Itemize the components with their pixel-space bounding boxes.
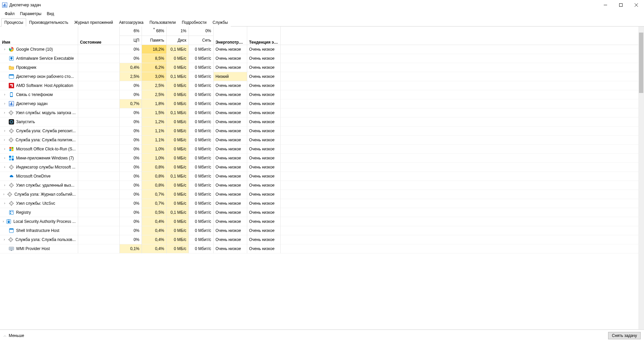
maximize-button[interactable] [613, 0, 629, 10]
end-task-button[interactable]: Снять задачу [608, 332, 641, 339]
process-state [78, 244, 119, 253]
col-disk-label[interactable]: Диск [166, 36, 189, 45]
process-name: Связь с телефоном [16, 92, 53, 97]
tab-details[interactable]: Подробности [179, 18, 210, 27]
expander-icon[interactable]: › [3, 102, 7, 105]
expander-icon[interactable]: › [3, 192, 5, 196]
mem-cell: 0,8% [142, 181, 166, 190]
chevron-up-icon[interactable]: ︿ [3, 333, 7, 338]
process-row[interactable]: ›Служба узла: Служба политик...0%1,1%0 М… [0, 135, 644, 144]
fewer-details-link[interactable]: Меньше [9, 333, 24, 338]
tab-startup[interactable]: Автозагрузка [116, 18, 147, 27]
process-state [78, 117, 119, 126]
process-row[interactable]: ›Узел службы: модуль запуска ...0%1,5%0,… [0, 108, 644, 117]
menu-options[interactable]: Параметры [17, 11, 44, 17]
expander-icon[interactable]: › [3, 138, 6, 142]
process-row[interactable]: WMI Provider Host0,1%0,4%0 МБ/c0 Мбит/сО… [0, 244, 644, 253]
col-state-header[interactable]: Состояние [78, 27, 119, 45]
expander-icon[interactable]: › [3, 111, 6, 114]
expander-icon[interactable]: › [3, 147, 7, 151]
col-cpu-pct[interactable]: 6% [119, 27, 142, 36]
power-cell: Очень низкое [213, 117, 247, 126]
close-button[interactable] [629, 0, 644, 10]
expander-icon[interactable]: › [3, 183, 7, 187]
process-row[interactable]: ›Индексатор службы Microsoft ...0%0,8%0 … [0, 162, 644, 172]
menu-file[interactable]: Файл [2, 11, 17, 17]
expander-icon[interactable]: › [3, 156, 7, 160]
cpu-cell: 0% [119, 108, 142, 117]
powertrend-cell: Очень низкое [247, 162, 280, 172]
process-state [78, 199, 119, 208]
powertrend-cell: Очень низкое [247, 244, 280, 253]
powertrend-cell: Очень низкое [247, 235, 280, 244]
tab-users[interactable]: Пользователи [147, 18, 179, 27]
col-mem-label[interactable]: Память [142, 36, 166, 45]
powertrend-cell: Очень низкое [247, 117, 280, 126]
process-row[interactable]: ›Служба узла: Служба пользов...0%0,4%0 М… [0, 235, 644, 244]
expander-icon[interactable]: › [3, 220, 4, 223]
col-disk-pct[interactable]: 1% [166, 27, 189, 36]
process-state [78, 144, 119, 153]
cpu-cell: 0% [119, 208, 142, 217]
col-mem-pct[interactable]: ▾68% [142, 27, 166, 36]
process-name: Узел службы: удаленный выз... [16, 183, 74, 188]
disk-cell: 0 МБ/c [166, 99, 189, 108]
col-net-pct[interactable]: 0% [189, 27, 213, 36]
net-cell: 0 Мбит/с [189, 208, 213, 217]
process-row[interactable]: ›Microsoft Office Click-to-Run (S...0%1,… [0, 144, 644, 153]
col-powertrend-header[interactable]: Тенденция эн... [247, 27, 280, 45]
menu-view[interactable]: Вид [44, 11, 57, 17]
process-row[interactable]: AMD Software: Host Application0%2,5%0 МБ… [0, 81, 644, 90]
process-row[interactable]: ›Мини-приложения Windows (7)0%1,0%0 МБ/c… [0, 153, 644, 162]
process-row[interactable]: Shell Infrastructure Host0%0,4%0 МБ/c0 М… [0, 226, 644, 235]
tab-performance[interactable]: Производительность [26, 18, 71, 27]
scrollbar-thumb[interactable] [639, 33, 643, 93]
power-cell: Очень низкое [213, 108, 247, 117]
process-row[interactable]: Antimalware Service Executable0%8,5%0 МБ… [0, 54, 644, 63]
svg-rect-77 [10, 213, 11, 214]
process-row[interactable]: Microsoft OneDrive0%0,8%0,1 МБ/c0 Мбит/с… [0, 172, 644, 181]
expander-icon[interactable]: › [3, 93, 7, 96]
cpu-cell: 0% [119, 162, 142, 172]
tab-services[interactable]: Службы [210, 18, 231, 27]
process-row[interactable]: ›Связь с телефоном0%2,5%0 МБ/c0 Мбит/сОч… [0, 90, 644, 99]
svg-rect-46 [11, 149, 13, 151]
expander-icon[interactable]: › [3, 201, 7, 205]
disk-cell: 0,1 МБ/c [166, 45, 189, 54]
process-row[interactable]: ›Служба узла: Служба репозит...0%1,1%0 М… [0, 126, 644, 135]
mem-cell: 18,2% [142, 45, 166, 54]
svg-rect-75 [9, 210, 13, 214]
expander-icon[interactable]: › [3, 165, 7, 169]
col-power-header[interactable]: Энергопотреб... [213, 27, 247, 45]
expander-icon[interactable]: › [3, 47, 7, 51]
mem-cell: 1,2% [142, 117, 166, 126]
expander-icon[interactable]: › [3, 129, 7, 133]
process-grid: Имя Состояние 6% ▾68% 1% 0% Энергопотреб… [0, 27, 644, 330]
process-row[interactable]: ›Google Chrome (10)0%18,2%0,1 МБ/c0 Мбит… [0, 45, 644, 54]
process-row[interactable]: Проводник0,4%6,2%0 МБ/c0 Мбит/сОчень низ… [0, 63, 644, 72]
mem-cell: 0,4% [142, 235, 166, 244]
minimize-button[interactable] [598, 0, 613, 10]
menubar: Файл Параметры Вид [0, 10, 644, 17]
process-row[interactable]: ›Служба узла: Журнал событий...0%0,7%0 М… [0, 190, 644, 199]
tab-apphistory[interactable]: Журнал приложений [71, 18, 116, 27]
process-row[interactable]: Диспетчер окон рабочего сто...2,5%3,0%0,… [0, 72, 644, 81]
process-row[interactable]: ›Узел службы: удаленный выз...0%0,8%0 МБ… [0, 181, 644, 190]
titlebar: Диспетчер задач [0, 0, 644, 10]
powertrend-cell: Очень низкое [247, 81, 280, 90]
col-name-header[interactable]: Имя [0, 27, 78, 45]
col-net-label[interactable]: Сеть [189, 36, 213, 45]
tab-processes[interactable]: Процессы [1, 18, 26, 27]
disk-cell: 0 МБ/c [166, 226, 189, 235]
process-row[interactable]: ›Узел службы: UtcSvc0%0,7%0 МБ/c0 Мбит/с… [0, 199, 644, 208]
process-row[interactable]: Registry0%0,5%0,1 МБ/c0 Мбит/сОчень низк… [0, 208, 644, 217]
col-cpu-label[interactable]: ЦП [119, 36, 142, 45]
expander-icon[interactable]: › [3, 238, 6, 241]
power-cell: Очень низкое [213, 190, 247, 199]
net-cell: 0 Мбит/с [189, 199, 213, 208]
vertical-scrollbar[interactable] [638, 27, 644, 329]
process-row[interactable]: ›Local Security Authority Process ...0%0… [0, 217, 644, 226]
process-row[interactable]: ›Диспетчер задач0,7%1,8%0 МБ/c0 Мбит/сОч… [0, 99, 644, 108]
powertrend-cell: Очень низкое [247, 181, 280, 190]
process-row[interactable]: Запустить0%1,2%0 МБ/c0 Мбит/сОчень низко… [0, 117, 644, 126]
